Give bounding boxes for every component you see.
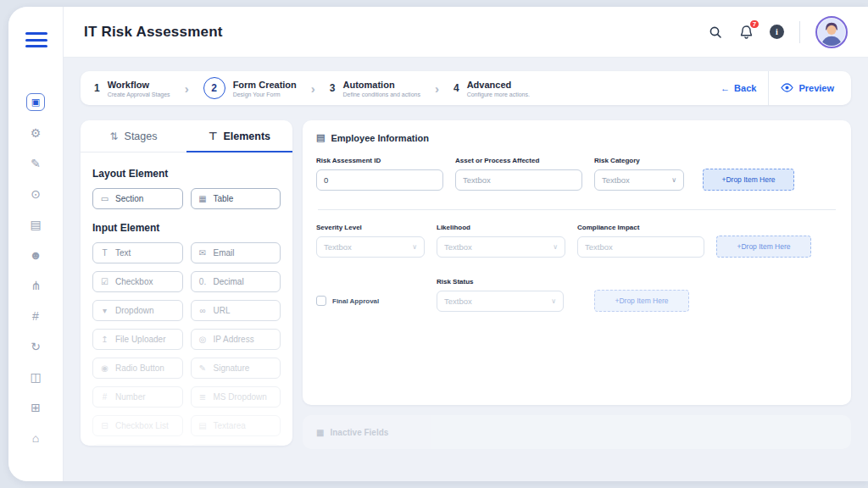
compliance-impact-input[interactable]	[577, 236, 704, 258]
multi-select-icon: ≣	[198, 392, 208, 402]
field-asset-or-process: Asset or Process Affected	[455, 157, 582, 191]
step-advanced[interactable]: 4 Advanced Configure more actions.	[453, 80, 530, 97]
form-row-3: Final Approval Risk Status Textbox ∨ +Dr…	[316, 278, 837, 312]
table-icon: ▦	[198, 194, 208, 203]
layout-element-heading: Layout Element	[92, 168, 281, 180]
sidebar-icon-workflow[interactable]: ⚙	[26, 124, 45, 141]
sidebar-icon-form-builder[interactable]: ✎	[26, 154, 45, 172]
chevron-right-icon: ›	[185, 81, 189, 96]
sidebar-icon-apps[interactable]: #	[26, 307, 45, 324]
tab-label: Elements	[223, 130, 270, 142]
notifications-bell-icon[interactable]: 7	[738, 24, 754, 40]
palette-item-checkbox[interactable]: ☑ Checkbox	[92, 271, 183, 292]
user-avatar[interactable]	[815, 16, 848, 48]
palette-item-radio-button[interactable]: ◉ Radio Button	[92, 358, 183, 379]
back-label: Back	[734, 83, 756, 93]
palette-item-ms-dropdown[interactable]: ≣ MS Dropdown	[191, 386, 281, 408]
final-approval-checkbox[interactable]	[316, 296, 326, 306]
palette-item-checkbox-list[interactable]: ⊟ Checkbox List	[92, 415, 183, 436]
stages-list-icon: ⇅	[110, 130, 119, 142]
palette-item-ip-address[interactable]: ◎ IP Address	[191, 329, 281, 350]
left-sidebar: ▣ ⚙ ✎ ⊙ ▤ ☻ ⋔ # ↻ ◫ ⊞ ⌂	[8, 7, 64, 481]
palette-item-url[interactable]: ∞ URL	[191, 300, 281, 321]
step-workflow[interactable]: 1 Workflow Create Approval Stages	[94, 80, 170, 97]
palette-item-dropdown[interactable]: ▾ Dropdown	[92, 300, 183, 321]
tab-elements[interactable]: ⊤ Elements	[186, 120, 292, 152]
decimal-icon: 0.	[198, 277, 208, 286]
palette-item-label: URL	[214, 306, 231, 315]
palette-item-signature[interactable]: ✎ Signature	[191, 358, 281, 379]
step-number: 3	[330, 82, 336, 94]
palette-item-email[interactable]: ✉ Email	[191, 242, 281, 263]
top-header: IT Risk Assessment 7 i	[64, 7, 868, 58]
palette-item-label: IP Address	[214, 335, 254, 344]
field-label: Risk Assessment ID	[316, 157, 443, 164]
palette-body: Layout Element ▭ Section ▦ Table Input E…	[81, 152, 292, 446]
step-subtitle: Configure more actions.	[467, 92, 530, 97]
palette-item-cutoff[interactable]	[92, 444, 183, 446]
chevron-down-icon: ∨	[553, 243, 558, 251]
palette-item-file-uploader[interactable]: ↥ File Uploader	[92, 329, 183, 350]
sidebar-icon-integrations[interactable]: ⋔	[26, 276, 45, 294]
sidebar-icon-dashboard[interactable]: ▣	[26, 93, 45, 111]
chevron-right-icon: ›	[435, 81, 439, 96]
palette-item-cutoff[interactable]	[191, 444, 281, 446]
field-risk-category: Risk Category Textbox ∨	[594, 157, 684, 191]
tab-stages[interactable]: ⇅ Stages	[81, 120, 186, 152]
radio-icon: ◉	[100, 363, 109, 373]
risk-assessment-id-input[interactable]	[316, 169, 443, 191]
chevron-down-icon: ∨	[412, 243, 417, 251]
palette-item-label: MS Dropdown	[214, 392, 267, 402]
notification-count-badge: 7	[748, 19, 760, 30]
step-form-creation[interactable]: 2 Form Creation Design Your Form	[203, 77, 297, 99]
sidebar-icon-users[interactable]: ☻	[26, 246, 45, 263]
drop-zone-1[interactable]: +Drop Item Here	[703, 169, 794, 191]
step-automation[interactable]: 3 Automation Define conditions and actio…	[330, 80, 420, 97]
sidebar-icon-tracking[interactable]: ⊙	[26, 185, 45, 202]
palette-item-textarea[interactable]: ▤ Textarea	[191, 415, 281, 436]
sidebar-icon-home[interactable]: ⌂	[26, 429, 45, 446]
app-window: ▣ ⚙ ✎ ⊙ ▤ ☻ ⋔ # ↻ ◫ ⊞ ⌂ IT Risk Assessme…	[8, 7, 868, 481]
search-icon[interactable]	[707, 24, 723, 40]
risk-status-select[interactable]: Textbox ∨	[437, 291, 564, 312]
palette-item-table[interactable]: ▦ Table	[191, 188, 281, 209]
palette-item-label: File Uploader	[115, 335, 165, 344]
palette-item-number[interactable]: # Number	[92, 386, 183, 408]
drop-zone-3[interactable]: +Drop Item Here	[594, 290, 689, 312]
dropdown-icon: ▾	[100, 306, 109, 315]
sidebar-icon-history[interactable]: ↻	[26, 337, 45, 355]
field-compliance-impact: Compliance Impact	[577, 224, 704, 258]
likelihood-select[interactable]: Textbox ∨	[437, 236, 565, 258]
back-button[interactable]: ← Back	[721, 83, 756, 93]
step-subtitle: Create Approval Stages	[108, 92, 170, 97]
preview-button[interactable]: Preview	[781, 83, 837, 94]
hamburger-menu-icon[interactable]	[25, 32, 47, 52]
form-section-title: Employee Information	[331, 133, 429, 143]
header-actions: 7 i	[707, 16, 848, 48]
sidebar-icon-modules[interactable]: ⊞	[26, 398, 45, 416]
signature-icon: ✎	[198, 363, 208, 373]
palette-item-label: Dropdown	[115, 306, 154, 315]
asset-or-process-input[interactable]	[455, 169, 582, 191]
field-risk-assessment-id: Risk Assessment ID	[316, 157, 443, 191]
risk-category-select[interactable]: Textbox ∨	[594, 169, 684, 191]
info-icon[interactable]: i	[770, 25, 784, 39]
drop-zone-2[interactable]: +Drop Item Here	[716, 236, 811, 258]
severity-level-select[interactable]: Textbox ∨	[316, 236, 425, 258]
final-approval-checkbox-group[interactable]: Final Approval	[316, 296, 425, 306]
palette-item-label: Section	[115, 194, 143, 203]
form-row-2: Severity Level Textbox ∨ Likelihood Text…	[316, 224, 837, 258]
field-label: Likelihood	[437, 224, 565, 231]
header-divider	[799, 21, 800, 43]
sidebar-icon-boards[interactable]: ◫	[26, 368, 45, 385]
sidebar-icon-records[interactable]: ▤	[26, 215, 45, 233]
step-subtitle: Define conditions and actions	[343, 92, 420, 97]
field-label: Asset or Process Affected	[455, 157, 582, 164]
section-icon: ▤	[316, 132, 325, 143]
palette-item-section[interactable]: ▭ Section	[92, 188, 183, 209]
field-likelihood: Likelihood Textbox ∨	[437, 224, 565, 258]
palette-item-label: Text	[115, 248, 131, 258]
palette-item-text[interactable]: T Text	[92, 242, 183, 263]
palette-item-decimal[interactable]: 0. Decimal	[191, 271, 281, 292]
field-label: Compliance Impact	[577, 224, 704, 231]
